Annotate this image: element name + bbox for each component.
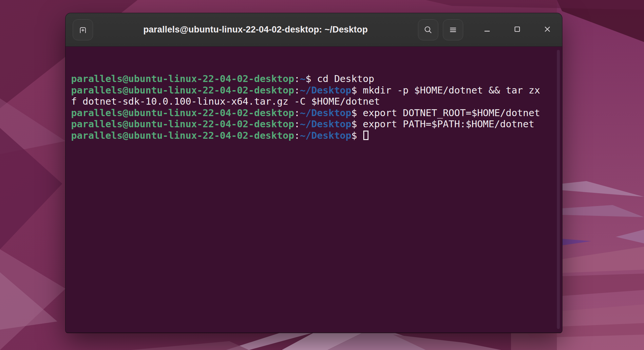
terminal-line: parallels@ubuntu-linux-22-04-02-desktop:… [71, 118, 556, 130]
search-button[interactable] [418, 19, 438, 40]
desktop: parallels@ubuntu-linux-22-04-02-desktop:… [0, 0, 644, 350]
minimize-icon [482, 24, 492, 35]
terminal-window: parallels@ubuntu-linux-22-04-02-desktop:… [66, 13, 562, 333]
terminal-cursor [363, 131, 369, 140]
terminal-output: parallels@ubuntu-linux-22-04-02-desktop:… [71, 73, 556, 141]
close-icon [542, 24, 552, 35]
terminal-body[interactable]: parallels@ubuntu-linux-22-04-02-desktop:… [66, 47, 562, 332]
terminal-line: parallels@ubuntu-linux-22-04-02-desktop:… [71, 130, 556, 141]
maximize-icon [512, 24, 522, 35]
maximize-button[interactable] [510, 20, 525, 40]
search-icon [423, 25, 433, 35]
window-title: parallels@ubuntu-linux-22-04-02-desktop:… [93, 25, 418, 35]
minimize-button[interactable] [480, 20, 495, 40]
close-button[interactable] [540, 20, 555, 40]
menu-icon [448, 25, 458, 35]
menu-button[interactable] [443, 19, 463, 40]
terminal-line: parallels@ubuntu-linux-22-04-02-desktop:… [71, 85, 556, 96]
terminal-line: parallels@ubuntu-linux-22-04-02-desktop:… [71, 73, 556, 85]
terminal-line: f dotnet-sdk-10.0.100-linux-x64.tar.gz -… [71, 96, 556, 107]
new-tab-button[interactable] [73, 19, 93, 40]
headerbar: parallels@ubuntu-linux-22-04-02-desktop:… [66, 13, 562, 47]
terminal-line: parallels@ubuntu-linux-22-04-02-desktop:… [71, 107, 556, 119]
new-tab-icon [78, 25, 88, 35]
scrollbar[interactable] [557, 50, 560, 329]
header-controls [418, 19, 555, 40]
